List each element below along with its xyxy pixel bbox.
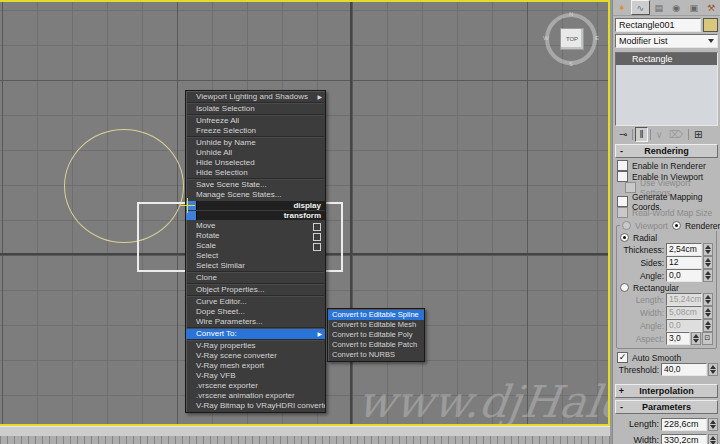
- radial-radio-row[interactable]: Radial: [620, 232, 715, 243]
- motion-tab-icon[interactable]: ◉: [668, 0, 686, 15]
- aspect-field[interactable]: 3,0: [666, 332, 690, 345]
- menu-item-curve-editor[interactable]: Curve Editor...: [186, 297, 325, 307]
- real-world-map-size-row: Real-World Map Size: [617, 207, 720, 218]
- configure-modifier-sets-icon[interactable]: ⊞: [691, 128, 705, 141]
- menu-item-vrscene-exporter[interactable]: .vrscene exporter: [186, 381, 325, 391]
- generate-mapping-coords-checkbox[interactable]: [617, 196, 628, 207]
- quad-header-display[interactable]: display: [186, 201, 325, 210]
- timeline-ticks[interactable]: [0, 436, 610, 444]
- menu-item-hide-unselected[interactable]: Hide Unselected: [186, 158, 325, 168]
- display-tab-icon[interactable]: ▣: [685, 0, 703, 15]
- aspect-row: Aspect: 3,0 ⊡: [618, 332, 713, 345]
- submenu-item-convert-to-editable-spline[interactable]: Convert to Editable Spline: [328, 310, 424, 320]
- menu-item-save-scene-state[interactable]: Save Scene State...: [186, 180, 325, 190]
- object-color-swatch[interactable]: [703, 18, 718, 32]
- submenu-item-convert-to-editable-poly[interactable]: Convert to Editable Poly: [328, 330, 424, 340]
- menu-item-viewport-lighting-and-shadows[interactable]: Viewport Lighting and Shadows ▶: [186, 92, 325, 102]
- enable-in-renderer-row[interactable]: Enable In Renderer: [617, 160, 720, 171]
- viewport-top[interactable]: TOP N S W E www.djHaldevs Viewport Light…: [0, 0, 610, 426]
- modifier-stack-item-rectangle[interactable]: Rectangle: [616, 53, 717, 65]
- settings-box-icon[interactable]: [313, 233, 321, 241]
- menu-item-vray-bitmap-to-vrayhdri[interactable]: V-Ray Bitmap to VRayHDRI converter: [186, 401, 325, 411]
- expand-icon: +: [616, 386, 627, 396]
- sides-spinner[interactable]: [703, 256, 713, 269]
- viewcube-north-label: N: [569, 11, 573, 17]
- quad-header-transform[interactable]: transform: [186, 211, 325, 220]
- threshold-field[interactable]: 40,0: [661, 363, 707, 376]
- threshold-row: Threshold: 40,0: [613, 363, 718, 376]
- utilities-tab-icon[interactable]: ⚒: [703, 0, 720, 15]
- param-width-field[interactable]: 330,2cm: [661, 434, 707, 444]
- modifier-list-dropdown[interactable]: Modifier List: [615, 34, 718, 48]
- angle2-field: 0,0: [666, 319, 702, 332]
- chevron-down-icon: [708, 39, 714, 43]
- thickness-field[interactable]: 2,54cm: [666, 243, 702, 256]
- param-width-row: Width: 330,2cm: [613, 432, 718, 444]
- angle-field[interactable]: 0,0: [666, 269, 702, 282]
- menu-item-move[interactable]: Move: [186, 221, 325, 231]
- modify-tab-icon[interactable]: ∿: [631, 0, 651, 15]
- viewcube-top-face[interactable]: TOP: [560, 28, 584, 50]
- menu-item-freeze-selection[interactable]: Freeze Selection: [186, 126, 325, 136]
- submenu-item-convert-to-editable-mesh[interactable]: Convert to Editable Mesh: [328, 320, 424, 330]
- renderer-radio[interactable]: [672, 221, 681, 230]
- auto-smooth-checkbox[interactable]: ✓: [617, 352, 628, 363]
- menu-item-unhide-by-name[interactable]: Unhide by Name: [186, 138, 325, 148]
- param-length-spinner[interactable]: [708, 418, 718, 431]
- interpolation-rollout-header[interactable]: + Interpolation: [615, 384, 718, 398]
- viewcube-south-label: S: [569, 61, 573, 67]
- menu-item-rotate[interactable]: Rotate: [186, 231, 325, 241]
- enable-in-renderer-checkbox[interactable]: [617, 160, 628, 171]
- rendering-rollout-header[interactable]: - Rendering: [615, 144, 718, 158]
- viewport-radio: [622, 221, 631, 230]
- menu-item-select[interactable]: Select: [186, 251, 325, 261]
- remove-modifier-icon[interactable]: ⌦: [666, 128, 686, 141]
- angle-spinner[interactable]: [703, 269, 713, 282]
- menu-item-vray-scene-converter[interactable]: V-Ray scene converter: [186, 351, 325, 361]
- enable-in-viewport-checkbox[interactable]: [617, 171, 628, 182]
- pin-stack-icon[interactable]: ⊸: [616, 128, 630, 141]
- menu-item-unhide-all[interactable]: Unhide All: [186, 148, 325, 158]
- menu-item-select-similar[interactable]: Select Similar: [186, 261, 325, 271]
- parameters-rollout-header[interactable]: - Parameters: [615, 400, 718, 414]
- param-width-spinner[interactable]: [708, 434, 718, 444]
- param-length-field[interactable]: 228,6cm: [661, 418, 707, 431]
- renderer-radio-row[interactable]: Renderer: [670, 220, 720, 231]
- hierarchy-tab-icon[interactable]: ▤: [650, 0, 668, 15]
- create-tab-icon[interactable]: ✶: [613, 0, 631, 15]
- menu-item-isolate-selection[interactable]: Isolate Selection: [186, 104, 325, 114]
- modifier-stack[interactable]: Rectangle: [615, 52, 718, 126]
- menu-item-vray-vfb[interactable]: V-Ray VFB: [186, 371, 325, 381]
- viewcube[interactable]: TOP N S W E: [545, 13, 597, 65]
- menu-item-vray-mesh-export[interactable]: V-Ray mesh export: [186, 361, 325, 371]
- submenu-item-convert-to-editable-patch[interactable]: Convert to Editable Patch: [328, 340, 424, 350]
- menu-item-dope-sheet[interactable]: Dope Sheet...: [186, 307, 325, 317]
- menu-item-convert-to[interactable]: Convert To: ▶: [186, 329, 325, 339]
- generate-mapping-coords-row[interactable]: Generate Mapping Coords.: [617, 196, 720, 207]
- menu-item-manage-scene-states[interactable]: Manage Scene States...: [186, 190, 325, 200]
- aspect-spinner[interactable]: [691, 332, 701, 345]
- rectangular-radio-row[interactable]: Rectangular: [620, 282, 715, 293]
- threshold-spinner[interactable]: [708, 363, 718, 376]
- menu-item-clone[interactable]: Clone: [186, 273, 325, 283]
- object-name-field[interactable]: Rectangle001: [615, 18, 701, 32]
- menu-item-hide-selection[interactable]: Hide Selection: [186, 168, 325, 178]
- submenu-item-convert-to-nurbs[interactable]: Convert to NURBS: [328, 350, 424, 360]
- menu-item-wire-parameters[interactable]: Wire Parameters...: [186, 317, 325, 327]
- context-menu: Viewport Lighting and Shadows ▶ Isolate …: [185, 90, 326, 413]
- settings-box-icon[interactable]: [313, 223, 321, 231]
- thickness-spinner[interactable]: [703, 243, 713, 256]
- show-end-result-icon[interactable]: ‖: [635, 127, 647, 142]
- menu-item-scale[interactable]: Scale: [186, 241, 325, 251]
- menu-item-unfreeze-all[interactable]: Unfreeze All: [186, 116, 325, 126]
- rectangular-radio[interactable]: [620, 283, 629, 292]
- auto-smooth-row[interactable]: ✓ Auto Smooth: [617, 352, 720, 363]
- menu-item-vray-properties[interactable]: V-Ray properties: [186, 341, 325, 351]
- sides-field[interactable]: 12: [666, 256, 702, 269]
- menu-item-object-properties[interactable]: Object Properties...: [186, 285, 325, 295]
- radial-radio[interactable]: [620, 233, 629, 242]
- aspect-lock-icon[interactable]: ⊡: [702, 332, 713, 345]
- make-unique-icon[interactable]: ∨: [653, 128, 666, 141]
- menu-item-vrscene-animation-exporter[interactable]: .vrscene animation exporter: [186, 391, 325, 401]
- settings-box-icon[interactable]: [313, 243, 321, 251]
